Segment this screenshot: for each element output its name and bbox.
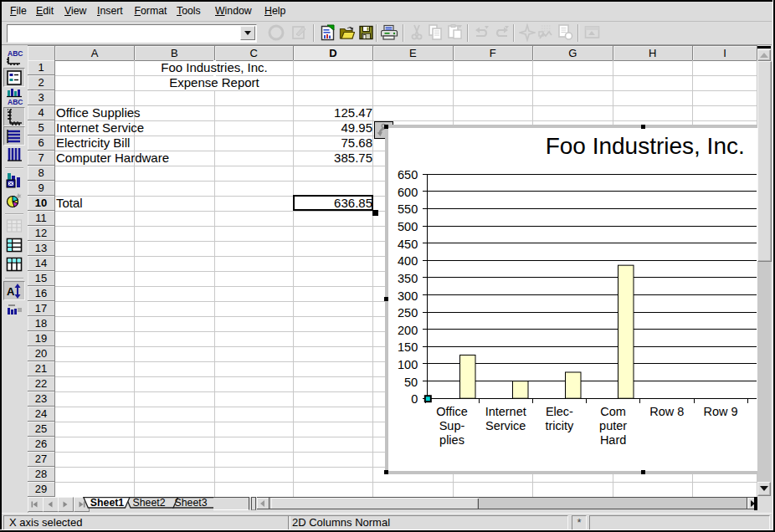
svg-text:Elec-: Elec-: [545, 405, 572, 418]
svg-text:Com: Com: [600, 405, 626, 418]
svg-text:Sheet3: Sheet3: [175, 497, 208, 509]
svg-text:300: 300: [398, 289, 418, 303]
svg-text:350: 350: [398, 272, 418, 285]
svg-text:Sheet1: Sheet1: [90, 497, 124, 509]
svg-text:650: 650: [398, 168, 418, 182]
svg-text:Sup-: Sup-: [439, 419, 464, 432]
svg-text:50: 50: [404, 376, 418, 389]
svg-text:250: 250: [398, 306, 418, 320]
svg-text:450: 450: [398, 238, 418, 251]
svg-text:Internet: Internet: [485, 405, 526, 418]
svg-text:500: 500: [398, 220, 418, 233]
svg-text:ABC: ABC: [8, 49, 23, 58]
svg-text:550: 550: [398, 202, 418, 216]
svg-text:Office: Office: [436, 405, 468, 418]
svg-text:200: 200: [398, 324, 418, 337]
svg-text:ABC: ABC: [8, 98, 23, 105]
svg-text:600: 600: [398, 186, 418, 199]
svg-text:Row 8: Row 8: [649, 405, 684, 418]
svg-text:puter: puter: [599, 419, 627, 432]
svg-text:400: 400: [398, 254, 418, 268]
svg-text:150: 150: [398, 340, 418, 354]
svg-text:Hard: Hard: [599, 433, 625, 447]
svg-text:A: A: [7, 285, 15, 298]
svg-text:tricity: tricity: [545, 419, 574, 432]
svg-text:Service: Service: [485, 419, 526, 432]
svg-text:plies: plies: [439, 433, 464, 447]
svg-text:100: 100: [398, 358, 418, 371]
svg-text:Row 9: Row 9: [703, 405, 737, 418]
svg-text:0: 0: [411, 392, 418, 406]
svg-text:Sheet2: Sheet2: [133, 497, 166, 509]
